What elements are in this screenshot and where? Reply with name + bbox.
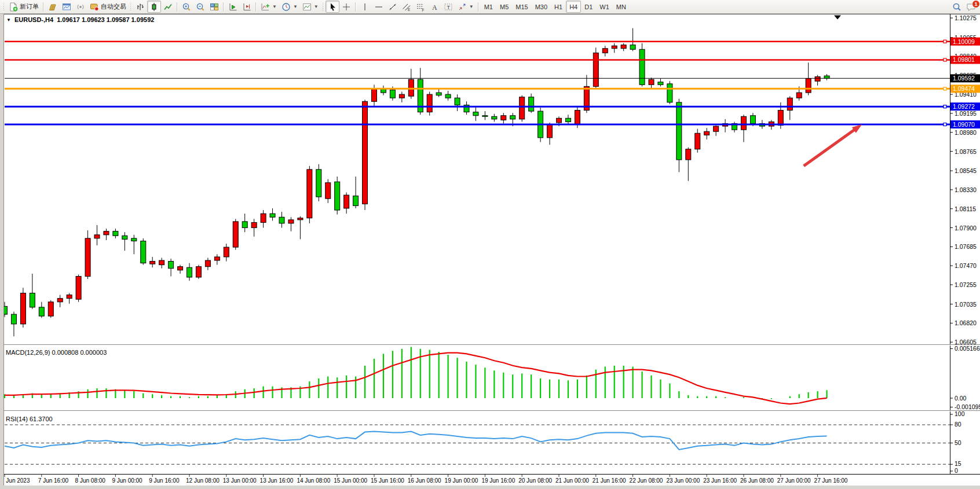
new-order-label: 新订单 — [20, 2, 39, 11]
template-button[interactable]: ▼ — [300, 1, 321, 13]
svg-text:0.00: 0.00 — [955, 395, 967, 402]
line-chart-button[interactable] — [161, 1, 175, 13]
text-label-icon: T — [444, 2, 453, 12]
toolbar-grip — [3, 2, 5, 11]
svg-text:-0.001095: -0.001095 — [955, 403, 980, 410]
svg-text:13 Jun 16:00: 13 Jun 16:00 — [260, 477, 294, 484]
search-button[interactable] — [950, 1, 964, 13]
svg-text:1.07255: 1.07255 — [955, 281, 977, 288]
svg-text:8 Jun 08:00: 8 Jun 08:00 — [75, 477, 106, 484]
fibonacci-button[interactable]: F — [414, 1, 427, 13]
svg-text:27 Jun 00:00: 27 Jun 00:00 — [777, 477, 811, 484]
svg-text:1.10275: 1.10275 — [955, 14, 977, 21]
svg-text:19 Jun 16:00: 19 Jun 16:00 — [481, 477, 515, 484]
text-button[interactable]: A — [427, 1, 441, 13]
svg-text:1.09474: 1.09474 — [953, 85, 975, 92]
timeframe-M5[interactable]: M5 — [496, 1, 512, 13]
auto-scroll-button[interactable] — [226, 1, 240, 13]
equidistant-channel-icon: E — [402, 2, 411, 12]
candle-chart-button[interactable] — [147, 1, 161, 13]
svg-text:1.09070: 1.09070 — [953, 121, 975, 128]
svg-text:23 Jun 16:00: 23 Jun 16:00 — [703, 477, 737, 484]
timeframe-H1[interactable]: H1 — [551, 1, 566, 13]
search-icon — [952, 2, 961, 12]
separator — [355, 2, 356, 12]
timeframe-MN[interactable]: MN — [613, 1, 630, 13]
timeframe-M30[interactable]: M30 — [532, 1, 551, 13]
auto-trading-icon — [90, 2, 99, 12]
vertical-line-button[interactable] — [358, 1, 372, 13]
indicators-button[interactable]: ▼ — [258, 1, 279, 13]
chevron-down-icon: ▼ — [293, 4, 298, 9]
candle-chart-icon — [149, 2, 159, 12]
chart-canvas[interactable]: 1.102751.100551.098401.096251.094101.091… — [0, 14, 980, 489]
svg-text:0.005166: 0.005166 — [955, 345, 980, 352]
window-bottom-edge — [0, 486, 980, 489]
svg-text:12 Jun 08:00: 12 Jun 08:00 — [186, 477, 220, 484]
new-order-button[interactable]: 新订单 — [6, 1, 41, 13]
timeframe-menu-button[interactable]: ▼ — [279, 1, 300, 13]
toolbar: 新订单 自动交易 ▼ ▼ ▼ E F A T ▼ M1M5M15M30H1H4D… — [0, 0, 980, 14]
svg-text:1.08980: 1.08980 — [955, 129, 977, 136]
text-label-button[interactable]: T — [441, 1, 455, 13]
svg-text:A: A — [432, 3, 437, 11]
svg-text:14 Jun 08:00: 14 Jun 08:00 — [297, 477, 330, 484]
chat-button[interactable]: 1 — [964, 1, 978, 13]
svg-text:20 Jun 08:00: 20 Jun 08:00 — [518, 477, 552, 484]
chart-shift-button[interactable] — [240, 1, 254, 13]
svg-text:F: F — [422, 8, 424, 12]
horizontal-line-button[interactable] — [372, 1, 386, 13]
svg-text:E: E — [408, 8, 411, 12]
separator — [177, 2, 178, 12]
trendline-button[interactable] — [386, 1, 400, 13]
svg-text:9 Jun 00:00: 9 Jun 00:00 — [112, 477, 142, 484]
indicators-icon — [261, 2, 270, 12]
cursor-button[interactable] — [326, 1, 339, 13]
svg-text:1.07470: 1.07470 — [955, 262, 977, 269]
timeframe-M15[interactable]: M15 — [512, 1, 531, 13]
svg-text:7 Jun 16:00: 7 Jun 16:00 — [38, 477, 69, 484]
crosshair-icon — [342, 2, 351, 12]
svg-text:1.07035: 1.07035 — [955, 301, 977, 308]
svg-text:16 Jun 08:00: 16 Jun 08:00 — [408, 477, 441, 484]
separator — [223, 2, 224, 12]
profiles-button[interactable] — [46, 1, 60, 13]
chevron-down-icon: ▼ — [469, 4, 474, 9]
svg-text:1.09801: 1.09801 — [953, 56, 975, 63]
vertical-line-icon — [360, 2, 370, 12]
equidistant-channel-button[interactable]: E — [400, 1, 414, 13]
zoom-in-button[interactable] — [180, 1, 193, 13]
arrows-button[interactable]: ▼ — [455, 1, 476, 13]
auto-trading-button[interactable]: 自动交易 — [87, 1, 129, 13]
bar-chart-button[interactable] — [133, 1, 147, 13]
svg-text:26 Jun 08:00: 26 Jun 08:00 — [740, 477, 774, 484]
symbol-period-label: EURUSD-,H4 — [14, 16, 53, 23]
svg-text:T: T — [447, 4, 450, 10]
separator — [255, 2, 257, 12]
charts-window-icon — [62, 2, 71, 12]
zoom-out-button[interactable] — [193, 1, 207, 13]
broadcast-icon — [76, 2, 85, 12]
broadcast-button[interactable] — [74, 1, 87, 13]
timeframe-M1[interactable]: M1 — [481, 1, 496, 13]
svg-text:1.08330: 1.08330 — [955, 186, 977, 193]
tile-windows-button[interactable] — [207, 1, 221, 13]
timeframe-W1[interactable]: W1 — [596, 1, 613, 13]
window-left-edge — [0, 14, 3, 489]
timeframe-D1[interactable]: D1 — [581, 1, 596, 13]
svg-text:27 Jun 16:00: 27 Jun 16:00 — [814, 477, 848, 484]
chevron-down-icon: ▼ — [272, 4, 277, 9]
svg-text:19 Jun 00:00: 19 Jun 00:00 — [445, 477, 478, 484]
zoom-in-icon — [182, 2, 191, 12]
bar-chart-icon — [136, 2, 145, 12]
timeframe-H4[interactable]: H4 — [566, 1, 581, 13]
chart-area[interactable]: 1.102751.100551.098401.096251.094101.091… — [0, 14, 980, 489]
chat-badge: 1 — [972, 0, 980, 8]
charts-window-button[interactable] — [60, 1, 74, 13]
timeframe-group: M1M5M15M30H1H4D1W1MN — [481, 1, 630, 13]
crosshair-button[interactable] — [339, 1, 353, 13]
svg-text:22 Jun 08:00: 22 Jun 08:00 — [630, 477, 663, 484]
svg-text:0: 0 — [955, 467, 958, 474]
macd-label: MACD(12,26,9) 0.000808 0.000003 — [6, 349, 107, 356]
svg-text:21 Jun 16:00: 21 Jun 16:00 — [593, 477, 626, 484]
